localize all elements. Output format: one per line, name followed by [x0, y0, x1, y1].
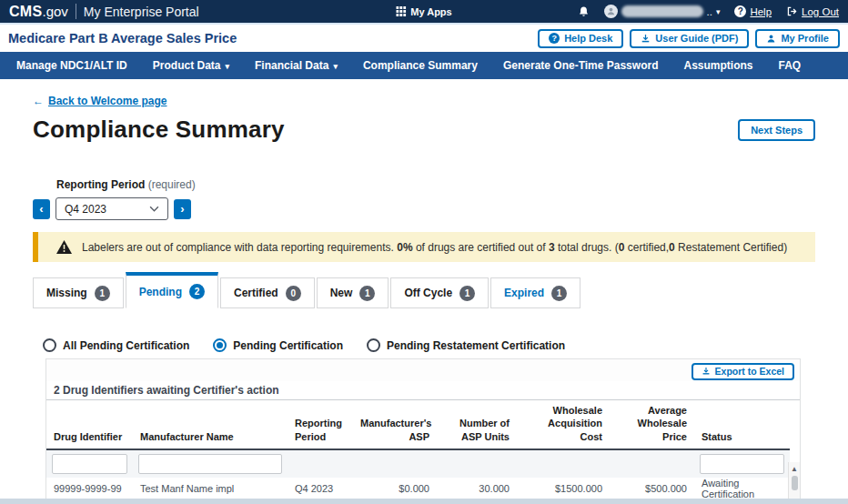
warning-message: Labelers are out of compliance with data…	[82, 241, 787, 254]
count-badge: 1	[459, 286, 475, 301]
chevron-down-icon: ▾	[716, 7, 721, 16]
user-name-redacted	[621, 5, 703, 17]
nav-item-compliance-summary[interactable]: Compliance Summary	[350, 52, 490, 79]
help-desk-label: Help Desk	[564, 33, 612, 44]
brand-divider	[76, 4, 76, 19]
app-title: Medicare Part B Average Sales Price	[8, 31, 237, 45]
chevron-down-icon: ▾	[225, 62, 229, 71]
radio-pending-certification[interactable]: Pending Certification	[213, 338, 343, 352]
nav-item-manage-ndc[interactable]: Manage NDC1/ALT ID	[4, 52, 140, 79]
tab-expired[interactable]: Expired 1	[490, 277, 580, 308]
help-desk-icon: ?	[549, 33, 560, 44]
tab-label: New	[330, 287, 353, 299]
nav-label: Generate One-Time Password	[503, 59, 659, 72]
next-period-button[interactable]: ›	[174, 199, 191, 219]
portal-name: My Enterprise Portal	[84, 5, 199, 19]
col-number-asp-units: Number of ASP Units	[437, 400, 517, 449]
radio-selected-icon	[213, 338, 227, 352]
screen: CMS .gov My Enterprise Portal My Apps ..…	[0, 0, 848, 504]
my-apps-label: My Apps	[410, 6, 451, 17]
help-link[interactable]: ? Help	[734, 5, 772, 17]
nav-label: Financial Data	[255, 59, 328, 72]
my-profile-button[interactable]: My Profile	[755, 29, 840, 48]
warning-triangle-icon	[56, 240, 72, 254]
warning-restated: 0	[669, 241, 675, 254]
col-manufacturer-name: Manufacturer Name	[133, 400, 288, 449]
tab-new[interactable]: New 1	[317, 277, 389, 308]
reporting-period-label: Reporting Period (required)	[56, 178, 815, 191]
user-guide-button[interactable]: User Guide (PDF)	[630, 29, 749, 48]
my-profile-label: My Profile	[781, 33, 829, 44]
reporting-period-label-text: Reporting Period	[56, 178, 145, 191]
radio-pending-restatement-certification[interactable]: Pending Restatement Certification	[367, 338, 565, 352]
profile-person-icon	[766, 34, 776, 44]
brand-cms: CMS	[9, 4, 42, 20]
scroll-up-icon[interactable]: ▲	[791, 465, 798, 473]
table-vertical-scrollbar[interactable]: ▲	[788, 462, 800, 499]
cell-reporting-period: Q4 2023	[288, 478, 353, 499]
export-to-excel-button[interactable]: Export to Excel	[692, 363, 794, 380]
filter-manufacturer-name-input[interactable]	[138, 454, 282, 474]
page-title: Compliance Summary	[33, 116, 285, 144]
tab-missing[interactable]: Missing 1	[33, 277, 124, 308]
download-icon	[641, 34, 651, 44]
next-steps-button[interactable]: Next Steps	[738, 119, 815, 141]
warning-text: Labelers are out of compliance with data…	[82, 241, 397, 254]
back-arrow-icon: ←	[33, 95, 44, 107]
chevron-down-icon: ▾	[333, 62, 338, 71]
back-to-welcome-link[interactable]: ← Back to Welcome page	[33, 95, 167, 107]
horizontal-scrollbar[interactable]	[0, 499, 848, 504]
radio-label: Pending Certification	[233, 339, 343, 352]
radio-label: Pending Restatement Certification	[387, 339, 565, 352]
nav-label: Compliance Summary	[363, 59, 478, 72]
nav-item-faq[interactable]: FAQ	[765, 52, 813, 79]
chevron-right-icon: ›	[180, 203, 184, 215]
chevron-left-icon: ‹	[39, 203, 43, 215]
user-menu[interactable]: .. ▾	[604, 5, 721, 18]
nav-item-assumptions[interactable]: Assumptions	[671, 52, 765, 79]
count-badge: 2	[189, 284, 205, 299]
filter-drug-identifier-input[interactable]	[52, 454, 127, 474]
nav-item-generate-otp[interactable]: Generate One-Time Password	[490, 52, 671, 79]
col-manufacturers-asp: Manufacturer's ASP	[353, 400, 437, 449]
radio-all-pending-certification[interactable]: All Pending Certification	[43, 338, 189, 352]
top-bar: CMS .gov My Enterprise Portal My Apps ..…	[0, 0, 848, 25]
tab-off-cycle[interactable]: Off Cycle 1	[390, 277, 489, 308]
cell-drug-identifier: 99999-9999-99	[46, 478, 133, 499]
reporting-period-value: Q4 2023	[65, 203, 106, 216]
topbar-right: .. ▾ ? Help Log Out	[578, 5, 840, 18]
grid-icon	[396, 6, 406, 16]
filter-status-input[interactable]	[700, 454, 784, 474]
cell-asp-units: 30.000	[437, 478, 517, 499]
col-reporting-period: Reporting Period	[288, 400, 353, 449]
user-avatar-icon	[604, 5, 618, 18]
warning-total: 3	[549, 241, 555, 254]
next-steps-label: Next Steps	[751, 125, 803, 136]
tab-certified[interactable]: Certified 0	[220, 277, 315, 308]
cms-gov-logo[interactable]: CMS .gov	[9, 4, 68, 20]
my-apps-button[interactable]: My Apps	[396, 6, 451, 17]
warning-text: of drugs are certified out of	[413, 241, 549, 254]
download-icon	[702, 367, 711, 376]
previous-period-button[interactable]: ‹	[33, 199, 50, 219]
notifications-bell-icon[interactable]	[578, 5, 590, 18]
scrollbar-thumb[interactable]	[792, 476, 798, 490]
brand-gov: .gov	[42, 4, 67, 19]
user-guide-label: User Guide (PDF)	[655, 33, 738, 44]
tab-label: Expired	[504, 287, 544, 299]
cell-manufacturers-asp: $0.000	[353, 478, 437, 499]
export-label: Export to Excel	[715, 366, 784, 377]
count-badge: 1	[359, 286, 375, 301]
warning-text: certified,	[624, 241, 669, 254]
table-caption: 2 Drug Identifiers awaiting Certifier's …	[46, 381, 800, 400]
nav-item-product-data[interactable]: Product Data▾	[140, 52, 242, 79]
help-desk-button[interactable]: ? Help Desk	[538, 29, 623, 48]
table-row[interactable]: 99999-9999-99 Test Manf Name impl Q4 202…	[46, 478, 790, 499]
logout-link[interactable]: Log Out	[786, 5, 839, 17]
reporting-period-select[interactable]: Q4 2023	[56, 197, 168, 220]
tab-label: Missing	[46, 287, 87, 299]
tab-pending[interactable]: Pending 2	[126, 272, 218, 308]
nav-item-financial-data[interactable]: Financial Data▾	[242, 52, 350, 79]
select-chevron-icon	[149, 206, 159, 212]
radio-icon	[43, 338, 56, 352]
